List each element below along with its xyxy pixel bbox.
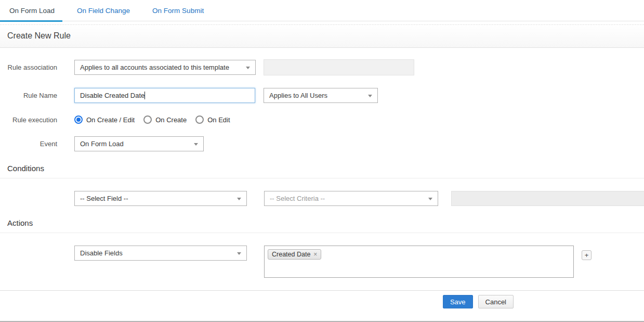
page-header: Create New Rule <box>0 24 644 48</box>
radio-on-create-edit-label: On Create / Edit <box>86 116 135 124</box>
condition-field-value: -- Select Field -- <box>80 195 128 202</box>
chip-remove-icon[interactable]: × <box>313 251 317 257</box>
condition-criteria-select[interactable]: -- Select Criteria -- <box>264 191 438 206</box>
tab-on-form-load[interactable]: On Form Load <box>0 0 62 22</box>
radio-unselected-icon <box>143 115 152 124</box>
chevron-down-icon <box>246 67 250 69</box>
cancel-button[interactable]: Cancel <box>478 295 514 308</box>
condition-criteria-value: -- Select Criteria -- <box>270 195 325 202</box>
conditions-heading: Conditions <box>0 164 644 173</box>
action-type-select[interactable]: Disable Fields <box>74 246 247 261</box>
chevron-down-icon <box>194 143 198 146</box>
radio-on-create-edit[interactable]: On Create / Edit <box>74 115 135 124</box>
rule-name-input[interactable]: Disable Created Date <box>74 88 255 103</box>
radio-on-edit-label: On Edit <box>207 116 230 124</box>
rule-association-select[interactable]: Applies to all accounts associated to th… <box>74 60 256 75</box>
chevron-down-icon <box>428 198 432 200</box>
text-cursor <box>144 92 145 99</box>
radio-selected-icon <box>74 115 83 124</box>
radio-on-create-label: On Create <box>155 116 187 124</box>
selected-field-chip: Created Date × <box>268 249 321 260</box>
action-row: Disable Fields Created Date × + <box>0 246 644 278</box>
rule-form: Rule association Applies to all accounts… <box>0 48 644 151</box>
disable-fields-multiselect[interactable]: Created Date × <box>264 246 574 278</box>
tab-on-field-change[interactable]: On Field Change <box>68 0 138 22</box>
rule-name-row: Rule Name Disable Created Date Applies t… <box>0 88 644 103</box>
event-label: Event <box>0 140 57 148</box>
save-button[interactable]: Save <box>443 295 473 308</box>
condition-value-field <box>451 191 644 206</box>
rule-association-select-value: Applies to all accounts associated to th… <box>80 63 229 71</box>
rule-association-label: Rule association <box>0 63 57 71</box>
rule-association-row: Rule association Applies to all accounts… <box>0 59 644 75</box>
chevron-down-icon <box>368 95 372 97</box>
tab-on-form-submit[interactable]: On Form Submit <box>143 0 212 22</box>
event-row: Event On Form Load <box>0 136 644 151</box>
rule-name-input-value: Disable Created Date <box>80 92 144 99</box>
rule-builder-page: On Form Load On Field Change On Form Sub… <box>0 0 644 322</box>
actions-divider <box>0 233 644 233</box>
condition-row: -- Select Field -- -- Select Criteria -- <box>0 191 644 206</box>
add-action-button[interactable]: + <box>582 250 592 260</box>
form-footer: Save Cancel <box>0 290 644 308</box>
chevron-down-icon <box>237 198 241 200</box>
selected-field-chip-label: Created Date <box>272 251 310 258</box>
radio-on-edit[interactable]: On Edit <box>195 115 230 124</box>
rule-execution-label: Rule execution <box>0 116 57 124</box>
radio-on-create[interactable]: On Create <box>143 115 187 124</box>
event-select-value: On Form Load <box>80 140 124 148</box>
conditions-divider <box>0 178 644 178</box>
applies-to-users-value: Applies to All Users <box>269 92 327 99</box>
rule-name-label: Rule Name <box>0 92 57 99</box>
rule-execution-row: Rule execution On Create / Edit On Creat… <box>0 115 644 124</box>
action-type-value: Disable Fields <box>80 249 123 257</box>
condition-field-select[interactable]: -- Select Field -- <box>74 191 247 206</box>
applies-to-users-select[interactable]: Applies to All Users <box>264 88 378 103</box>
event-select[interactable]: On Form Load <box>74 136 204 151</box>
rule-association-aux-field <box>264 59 414 75</box>
rule-execution-radio-group: On Create / Edit On Create On Edit <box>74 115 239 124</box>
page-title: Create New Rule <box>7 31 637 41</box>
event-tabs: On Form Load On Field Change On Form Sub… <box>0 0 644 21</box>
chevron-down-icon <box>237 252 241 255</box>
actions-heading: Actions <box>0 218 644 227</box>
radio-unselected-icon <box>195 115 204 124</box>
